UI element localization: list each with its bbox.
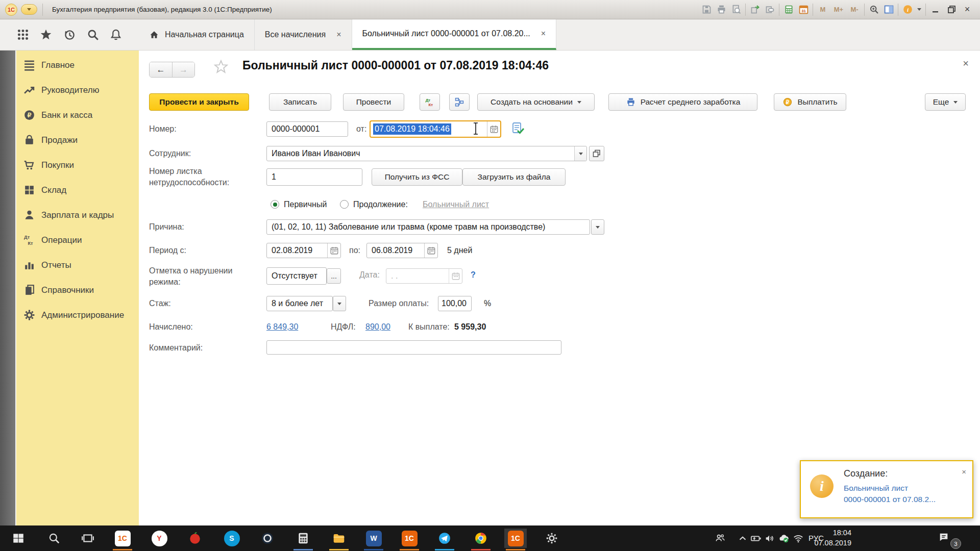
cloud-sync-icon[interactable]	[777, 532, 791, 544]
start-button[interactable]	[7, 529, 30, 548]
split-window-icon[interactable]	[881, 3, 896, 16]
memory-icon[interactable]: M	[815, 6, 830, 13]
tab-home[interactable]: Начальная страница	[139, 19, 255, 50]
dt-kt-button[interactable]: ДтКт	[420, 93, 440, 111]
wifi-icon[interactable]	[792, 532, 805, 544]
taskbar-app-dark[interactable]	[256, 529, 279, 548]
info-icon[interactable]: i	[900, 3, 915, 16]
notifications-bell-icon[interactable]	[107, 26, 125, 43]
tab-all-accruals[interactable]: Все начисления ×	[255, 19, 352, 50]
sidebar-item-purchases[interactable]: Покупки	[16, 155, 139, 176]
history-icon[interactable]	[61, 26, 78, 43]
sidebar-item-operations[interactable]: ДтКт Операции	[16, 230, 139, 251]
sidebar-item-bank-cash[interactable]: ₽ Банк и касса	[16, 105, 139, 126]
employee-combo[interactable]: Иванов Иван Иванович	[266, 146, 587, 161]
experience-dropdown-button[interactable]	[333, 296, 346, 311]
chevron-up-icon[interactable]	[736, 532, 749, 544]
post-and-close-button[interactable]: Провести и закрыть	[149, 93, 249, 111]
get-from-fss-button[interactable]: Получить из ФСС	[372, 168, 462, 186]
memory-minus-icon[interactable]: M-	[847, 6, 862, 13]
calendar-picker-icon[interactable]	[327, 243, 340, 258]
notification-link-line1[interactable]: Больничный лист	[844, 484, 908, 493]
period-to-field[interactable]: 06.08.2019	[366, 243, 438, 258]
load-from-file-button[interactable]: Загрузить из файла	[462, 168, 566, 186]
notification-link-line2[interactable]: 0000-000001 от 07.08.2...	[844, 495, 936, 504]
favorites-star-icon[interactable]	[37, 26, 55, 43]
apps-grid-icon[interactable]	[14, 26, 32, 43]
taskbar-app-1c-active[interactable]: 1С	[504, 529, 527, 548]
radio-primary[interactable]	[271, 200, 279, 209]
open-employee-button[interactable]	[589, 146, 604, 161]
taskbar-app-red[interactable]	[184, 529, 206, 548]
info-dropdown-icon[interactable]	[917, 8, 921, 11]
sidebar-item-salary-hr[interactable]: Зарплата и кадры	[16, 205, 139, 226]
violation-date-field[interactable]: . .	[386, 268, 462, 284]
taskbar-app-word[interactable]: W	[362, 529, 385, 548]
open-link-icon[interactable]	[748, 3, 762, 16]
close-button[interactable]: ×	[960, 3, 975, 16]
taskbar-app-file-explorer[interactable]	[328, 529, 350, 548]
task-view-button[interactable]	[77, 529, 99, 548]
document-close-button[interactable]: ×	[963, 58, 969, 69]
calendar-picker-icon[interactable]	[487, 121, 500, 137]
search-icon[interactable]	[84, 26, 102, 43]
sidebar-item-main[interactable]: Главное	[16, 55, 139, 76]
print-preview-icon[interactable]	[729, 3, 743, 16]
radio-continuation[interactable]	[340, 200, 349, 209]
calendar-picker-icon[interactable]	[424, 243, 437, 258]
pay-out-button[interactable]: ₽ Выплатить	[774, 93, 846, 111]
tab-close-icon[interactable]: ×	[541, 29, 546, 38]
radio-primary-label[interactable]: Первичный	[284, 200, 327, 209]
taskbar-app-settings[interactable]	[541, 529, 563, 548]
more-button[interactable]: Еще	[925, 93, 966, 111]
taskbar-app-skype[interactable]: S	[220, 529, 243, 548]
comment-field[interactable]	[266, 340, 561, 355]
print-icon[interactable]	[714, 3, 728, 16]
action-center-icon[interactable]	[937, 531, 950, 543]
tab-close-icon[interactable]: ×	[336, 30, 341, 39]
memory-plus-icon[interactable]: M+	[831, 6, 846, 13]
minimize-button[interactable]	[928, 3, 943, 16]
chevron-down-icon[interactable]	[574, 146, 586, 161]
create-based-on-button[interactable]: Создать на основании	[477, 93, 595, 111]
experience-combo[interactable]: 8 и более лет	[266, 296, 333, 311]
volume-icon[interactable]	[763, 532, 776, 544]
sheet-number-field[interactable]: 1	[266, 168, 362, 186]
help-link[interactable]: ?	[471, 270, 476, 280]
back-button[interactable]: ←	[150, 62, 172, 77]
clock[interactable]: 18:04 07.08.2019	[804, 528, 851, 548]
number-field[interactable]: 0000-000001	[266, 121, 348, 137]
pay-rate-field[interactable]: 100,00	[438, 296, 472, 311]
main-menu-dropdown-button[interactable]	[21, 4, 37, 15]
sidebar-item-directories[interactable]: Справочники	[16, 280, 139, 301]
reason-dropdown-button[interactable]	[591, 219, 604, 235]
continuation-sick-leave-link[interactable]: Больничный лист	[423, 200, 489, 209]
sidebar-item-sales[interactable]: Продажи	[16, 130, 139, 151]
people-icon[interactable]	[714, 532, 727, 544]
calendar-icon[interactable]: 31	[796, 3, 811, 16]
average-earnings-button[interactable]: Расчет среднего заработка	[608, 93, 757, 111]
get-link-icon[interactable]	[763, 3, 777, 16]
taskbar-app-1c[interactable]: 1С	[398, 529, 421, 548]
forward-button[interactable]: →	[172, 62, 194, 77]
taskbar-app-chrome[interactable]	[470, 529, 492, 548]
structure-button[interactable]	[449, 93, 470, 111]
sidebar-item-administration[interactable]: Администрирование	[16, 305, 139, 326]
tab-sick-leave[interactable]: Больничный лист 0000-000001 от 07.08.20.…	[352, 19, 557, 50]
ndfl-amount-link[interactable]: 890,00	[365, 322, 390, 332]
radio-continuation-label[interactable]: Продолжение:	[353, 200, 408, 209]
write-button[interactable]: Записать	[269, 93, 331, 111]
post-button[interactable]: Провести	[343, 93, 404, 111]
taskbar-app-yandex-browser[interactable]: Y	[148, 529, 170, 548]
accrued-amount-link[interactable]: 6 849,30	[266, 322, 298, 332]
violation-field[interactable]: Отсутствует	[266, 267, 327, 285]
restore-button[interactable]	[944, 3, 959, 16]
taskbar-app-1c-enterprise[interactable]: 1С	[111, 529, 134, 548]
taskbar-app-telegram[interactable]	[433, 529, 456, 548]
violation-browse-button[interactable]: ...	[327, 268, 341, 284]
save-icon[interactable]	[699, 3, 714, 16]
sidebar-item-reports[interactable]: Отчеты	[16, 255, 139, 276]
notification-close-button[interactable]: ×	[962, 467, 966, 476]
period-from-field[interactable]: 02.08.2019	[266, 243, 341, 258]
battery-icon[interactable]	[749, 532, 763, 544]
